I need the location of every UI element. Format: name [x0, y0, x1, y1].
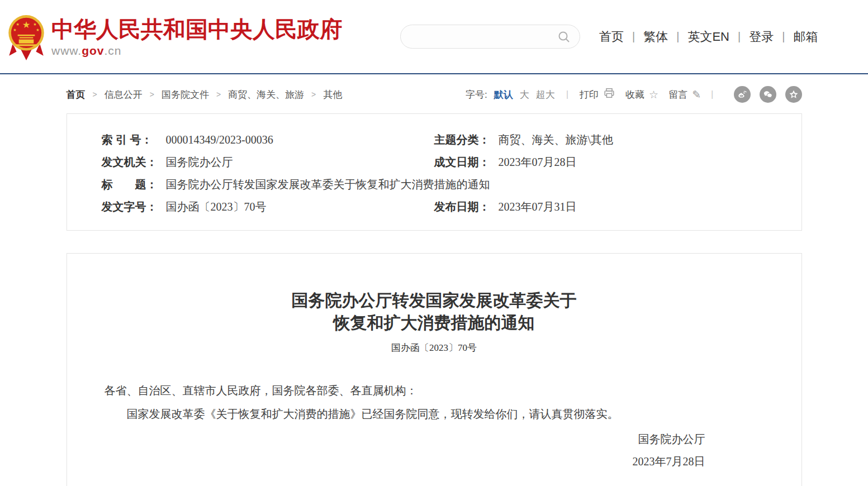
- page-wrapper: 首页 > 信息公开 > 国务院文件 > 商贸、海关、旅游 > 其他 字号: 默认…: [67, 84, 802, 486]
- document-metadata-box: 索 引 号： 000014349/2023-00036 主题分类： 商贸、海关、…: [67, 113, 802, 231]
- meta-title-row: 标 题： 国务院办公厅转发国家发展改革委关于恢复和扩大消费措施的通知: [102, 173, 790, 196]
- meta-agency-label: 发文机关：: [102, 151, 166, 173]
- breadcrumb-other[interactable]: 其他: [323, 88, 342, 101]
- article-toolbar: 字号: 默认 大 超大 | 打印 收藏 ☆: [466, 86, 802, 103]
- site-url-gov: gov: [82, 44, 104, 57]
- meta-category-label: 主题分类：: [434, 128, 499, 151]
- meta-index-value: 000014349/2023-00036: [166, 128, 273, 151]
- svg-text:★: ★: [22, 19, 31, 29]
- breadcrumb-state-council-docs[interactable]: 国务院文件: [162, 88, 209, 101]
- nav-english[interactable]: 英文EN: [687, 28, 729, 45]
- document-salutation: 各省、自治区、直辖市人民政府，国务院各部委、各直属机构：: [105, 382, 764, 399]
- meta-publish-date-row: 发布日期： 2023年07月31日: [434, 196, 790, 218]
- search-icon[interactable]: [557, 30, 571, 44]
- breadcrumb-separator: >: [150, 90, 154, 99]
- svg-text:★: ★: [16, 22, 19, 26]
- meta-category-value: 商贸、海关、旅游\其他: [499, 128, 614, 151]
- font-size-large-button[interactable]: 大: [520, 88, 529, 101]
- print-button[interactable]: 打印: [580, 87, 615, 102]
- national-emblem-logo: ★ ★ ★ ★ ★: [8, 12, 45, 61]
- meta-doc-number-row: 发文字号： 国办函〔2023〕70号: [102, 196, 434, 218]
- print-label: 打印: [580, 88, 599, 101]
- comment-button[interactable]: 留言 ✎: [668, 88, 701, 101]
- site-title: 中华人民共和国中央人民政府: [51, 16, 342, 42]
- nav-separator: |: [782, 30, 785, 43]
- document-title: 国务院办公厅转发国家发展改革委关于 恢复和扩大消费措施的通知: [105, 289, 764, 334]
- svg-text:★: ★: [36, 27, 39, 32]
- meta-publish-date-label: 发布日期：: [434, 196, 499, 218]
- favorite-label: 收藏: [625, 88, 644, 101]
- search-input[interactable]: [411, 25, 556, 48]
- breadcrumb-separator: >: [311, 90, 316, 99]
- star-icon: ☆: [649, 88, 658, 101]
- pencil-icon: ✎: [692, 88, 701, 101]
- breadcrumb-commerce-customs-tourism[interactable]: 商贸、海关、旅游: [228, 88, 304, 101]
- nav-mail[interactable]: 邮箱: [793, 28, 818, 45]
- nav-separator: |: [632, 30, 635, 43]
- svg-text:★: ★: [33, 22, 36, 26]
- document-signer: 国务院办公厅: [105, 428, 705, 450]
- meta-title-value: 国务院办公厅转发国家发展改革委关于恢复和扩大消费措施的通知: [166, 173, 490, 196]
- breadcrumb-toolbar-row: 首页 > 信息公开 > 国务院文件 > 商贸、海关、旅游 > 其他 字号: 默认…: [67, 84, 802, 104]
- meta-written-date-label: 成文日期：: [434, 151, 499, 173]
- nav-traditional[interactable]: 繁体: [643, 28, 668, 45]
- meta-index-label: 索 引 号：: [102, 128, 166, 151]
- meta-written-date-row: 成文日期： 2023年07月28日: [434, 151, 790, 173]
- comment-label: 留言: [668, 88, 687, 101]
- share-wechat-button[interactable]: [760, 86, 776, 103]
- document-title-line2: 恢复和扩大消费措施的通知: [105, 312, 764, 334]
- document-signature-block: 国务院办公厅 2023年7月28日: [105, 428, 705, 473]
- toolbar-separator: |: [566, 89, 568, 100]
- site-url-www: www.: [51, 44, 82, 57]
- site-url-cn: .cn: [105, 44, 122, 57]
- meta-doc-number-label: 发文字号：: [102, 196, 166, 218]
- font-size-xlarge-button[interactable]: 超大: [536, 88, 555, 101]
- meta-agency-row: 发文机关： 国务院办公厅: [102, 151, 434, 173]
- meta-doc-number-value: 国办函〔2023〕70号: [166, 196, 267, 218]
- meta-written-date-value: 2023年07月28日: [499, 151, 577, 173]
- site-header: ★ ★ ★ ★ ★ 中华人民共和国中央人民政府 www.gov.cn: [0, 0, 868, 74]
- document-title-line1: 国务院办公厅转发国家发展改革委关于: [105, 289, 764, 312]
- breadcrumb-separator: >: [216, 90, 221, 99]
- breadcrumb-info-disclosure[interactable]: 信息公开: [105, 88, 143, 101]
- font-size-label: 字号:: [466, 88, 487, 101]
- share-weibo-button[interactable]: [734, 86, 751, 103]
- share-qzone-button[interactable]: [785, 86, 802, 103]
- favorite-button[interactable]: 收藏 ☆: [625, 88, 658, 101]
- font-size-default-button[interactable]: 默认: [494, 88, 513, 101]
- toolbar-separator: |: [711, 89, 713, 100]
- nav-separator: |: [676, 30, 679, 43]
- breadcrumb: 首页 > 信息公开 > 国务院文件 > 商贸、海关、旅游 > 其他: [67, 88, 343, 101]
- document-sign-date: 2023年7月28日: [105, 450, 705, 473]
- meta-category-row: 主题分类： 商贸、海关、旅游\其他: [434, 128, 790, 151]
- meta-publish-date-value: 2023年07月31日: [499, 196, 577, 218]
- nav-login[interactable]: 登录: [749, 28, 774, 45]
- printer-icon: [603, 87, 615, 102]
- nav-separator: |: [738, 30, 741, 43]
- document-content-box: 国务院办公厅转发国家发展改革委关于 恢复和扩大消费措施的通知 国办函〔2023〕…: [67, 253, 802, 486]
- breadcrumb-home[interactable]: 首页: [67, 88, 86, 101]
- document-paragraph: 国家发展改革委《关于恢复和扩大消费的措施》已经国务院同意，现转发给你们，请认真贯…: [105, 406, 764, 422]
- site-brand[interactable]: ★ ★ ★ ★ ★ 中华人民共和国中央人民政府 www.gov.cn: [8, 12, 400, 61]
- search-box[interactable]: [400, 25, 580, 49]
- breadcrumb-separator: >: [93, 90, 97, 99]
- meta-title-label: 标 题：: [102, 173, 166, 196]
- nav-home[interactable]: 首页: [599, 28, 624, 45]
- svg-text:★: ★: [13, 27, 16, 32]
- meta-index-row: 索 引 号： 000014349/2023-00036: [102, 128, 434, 151]
- document-number: 国办函〔2023〕70号: [105, 341, 764, 354]
- top-nav: 首页 | 繁体 | 英文EN | 登录 | 邮箱: [599, 28, 818, 45]
- site-url[interactable]: www.gov.cn: [51, 44, 342, 58]
- meta-agency-value: 国务院办公厅: [166, 151, 233, 173]
